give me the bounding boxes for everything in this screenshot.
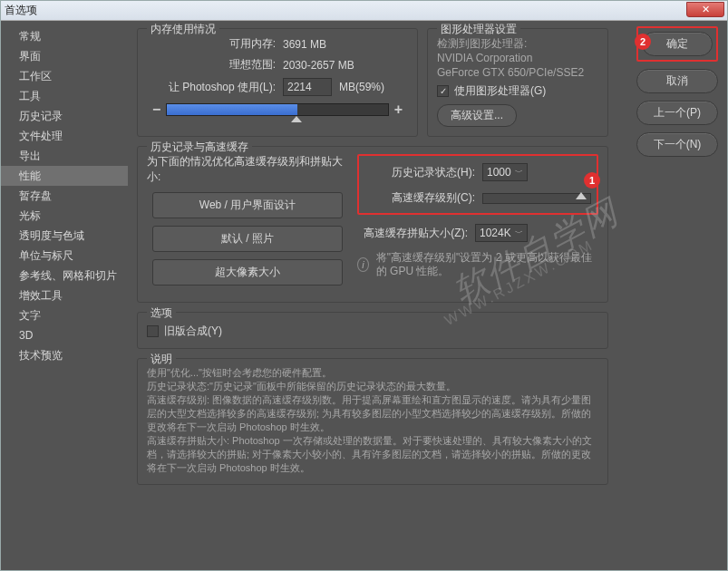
sidebar-item-scratch[interactable]: 暂存盘	[1, 186, 128, 206]
desc-text: 使用"优化..."按钮时会考虑您的硬件配置。 历史记录状态:"历史记录"面板中所…	[147, 366, 598, 475]
tile-label: 高速缓存拼贴大小(Z):	[357, 226, 475, 241]
gpu-fieldset: 图形处理器设置 检测到图形处理器: NVIDIA Corporation GeF…	[427, 28, 608, 137]
preferences-window: 首选项 ✕ 常规 界面 工作区 工具 历史记录 文件处理 导出 性能 暂存盘 光…	[0, 0, 728, 571]
chevron-down-icon: ﹀	[515, 167, 523, 179]
mem-ideal-value: 2030-2657 MB	[283, 59, 354, 72]
mem-ps-label: 让 Photoshop 使用(L):	[147, 80, 283, 95]
close-button[interactable]: ✕	[686, 2, 724, 17]
sidebar-item-units[interactable]: 单位与标尺	[1, 246, 128, 266]
mem-ideal-label: 理想范围:	[147, 57, 283, 73]
history-right: 1 历史记录状态(H): 1000 ﹀ 高速缓存级别(C):	[357, 154, 598, 293]
legacy-checkbox[interactable]	[147, 325, 159, 337]
gpu-use-label: 使用图形处理器(G)	[454, 83, 546, 99]
gpu-note: i 将"高速缓存级别"设置为 2 或更高以获得最佳的 GPU 性能。	[357, 251, 598, 278]
sidebar: 常规 界面 工作区 工具 历史记录 文件处理 导出 性能 暂存盘 光标 透明度与…	[1, 21, 128, 570]
cache-level-label: 高速缓存级别(C):	[364, 190, 482, 206]
prev-button[interactable]: 上一个(P)	[636, 101, 718, 125]
gpu-detected-label: 检测到图形处理器:	[437, 36, 598, 51]
states-value: 1000	[487, 166, 511, 179]
states-label: 历史记录状态(H):	[364, 165, 482, 180]
gpu-legend: 图形处理器设置	[437, 22, 520, 37]
sidebar-item-file[interactable]: 文件处理	[1, 126, 128, 146]
gpu-advanced-button[interactable]: 高级设置...	[437, 104, 517, 127]
ok-button[interactable]: 确定	[642, 32, 713, 56]
callout-2: 2	[635, 34, 651, 50]
sidebar-item-interface[interactable]: 界面	[1, 46, 128, 66]
gpu-checkbox[interactable]: ✓	[437, 85, 449, 97]
history-highlight: 1 历史记录状态(H): 1000 ﹀ 高速缓存级别(C):	[357, 154, 598, 215]
info-icon: i	[357, 257, 369, 272]
ok-highlight: 2 确定	[636, 26, 718, 62]
btn-default[interactable]: 默认 / 照片	[152, 226, 343, 252]
states-dropdown[interactable]: 1000 ﹀	[482, 163, 528, 181]
gpu-note-text: 将"高速缓存级别"设置为 2 或更高以获得最佳的 GPU 性能。	[376, 251, 598, 278]
history-fieldset: 历史记录与高速缓存 为下面的情况优化高速缓存级别和拼贴大小: Web / 用户界…	[137, 146, 608, 303]
sidebar-item-general[interactable]: 常规	[1, 26, 128, 46]
desc-fieldset: 说明 使用"优化..."按钮时会考虑您的硬件配置。 历史记录状态:"历史记录"面…	[137, 358, 608, 485]
tile-dropdown[interactable]: 1024K ﹀	[475, 224, 528, 242]
mem-minus[interactable]: −	[147, 102, 166, 118]
optimize-text: 为下面的情况优化高速缓存级别和拼贴大小:	[147, 154, 348, 185]
window-title: 首选项	[5, 3, 37, 18]
mem-slider-fill	[167, 104, 297, 115]
tile-value: 1024K	[480, 227, 511, 239]
sidebar-item-workspace[interactable]: 工作区	[1, 66, 128, 86]
cache-slider[interactable]	[482, 193, 591, 204]
legacy-label: 旧版合成(Y)	[164, 324, 222, 339]
callout-1: 1	[584, 172, 600, 189]
mem-slider-thumb[interactable]	[291, 116, 302, 122]
content: 常规 界面 工作区 工具 历史记录 文件处理 导出 性能 暂存盘 光标 透明度与…	[1, 21, 727, 570]
gpu-vendor: NVIDIA Corporation	[437, 51, 598, 65]
history-legend: 历史记录与高速缓存	[147, 140, 252, 155]
sidebar-item-guides[interactable]: 参考线、网格和切片	[1, 266, 128, 286]
main-panel: 2 确定 取消 上一个(P) 下一个(N) 内存使用情况 可用内存:3691 M…	[128, 21, 727, 570]
mem-available-label: 可用内存:	[147, 36, 283, 52]
mem-ps-input[interactable]	[283, 78, 332, 96]
memory-fieldset: 内存使用情况 可用内存:3691 MB 理想范围:2030-2657 MB 让 …	[137, 28, 418, 137]
memory-legend: 内存使用情况	[147, 22, 219, 37]
sidebar-item-performance[interactable]: 性能	[1, 166, 128, 186]
btn-huge[interactable]: 超大像素大小	[152, 259, 343, 286]
history-left: 为下面的情况优化高速缓存级别和拼贴大小: Web / 用户界面设计 默认 / 照…	[147, 154, 348, 293]
sidebar-item-type[interactable]: 文字	[1, 305, 128, 325]
sidebar-item-history[interactable]: 历史记录	[1, 106, 128, 126]
right-buttons: 2 确定 取消 上一个(P) 下一个(N)	[636, 26, 718, 157]
options-legend: 选项	[147, 305, 176, 321]
sidebar-item-transparency[interactable]: 透明度与色域	[1, 226, 128, 246]
sidebar-item-tech[interactable]: 技术预览	[1, 345, 128, 365]
next-button[interactable]: 下一个(N)	[636, 132, 718, 157]
sidebar-item-cursor[interactable]: 光标	[1, 206, 128, 226]
sidebar-item-export[interactable]: 导出	[1, 146, 128, 166]
options-fieldset: 选项 旧版合成(Y)	[137, 312, 608, 349]
sidebar-item-plugins[interactable]: 增效工具	[1, 286, 128, 305]
titlebar: 首选项 ✕	[1, 1, 727, 21]
gpu-model: GeForce GTX 650/PCIe/SSE2	[437, 65, 598, 80]
cache-slider-thumb[interactable]	[576, 192, 587, 199]
btn-web[interactable]: Web / 用户界面设计	[152, 192, 343, 218]
mem-slider[interactable]	[166, 103, 388, 116]
chevron-down-icon: ﹀	[515, 227, 523, 239]
cancel-button[interactable]: 取消	[636, 69, 718, 93]
mem-plus[interactable]: +	[389, 102, 408, 118]
mem-ps-unit: MB(59%)	[339, 81, 384, 93]
sidebar-item-tools[interactable]: 工具	[1, 86, 128, 106]
desc-legend: 说明	[147, 352, 176, 367]
sidebar-item-3d[interactable]: 3D	[1, 325, 128, 345]
mem-available-value: 3691 MB	[283, 38, 326, 51]
